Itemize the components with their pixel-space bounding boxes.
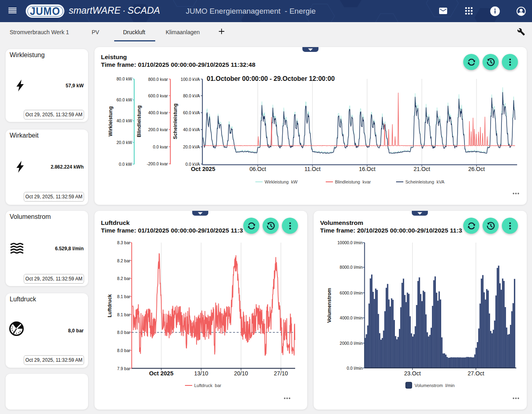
svg-text:800.0 kvar: 800.0 kvar <box>148 77 168 82</box>
svg-text:Oct 2025: Oct 2025 <box>149 370 173 377</box>
svg-text:Luftdruck: Luftdruck <box>107 294 113 317</box>
svg-text:16.Oct: 16.Oct <box>359 166 375 172</box>
svg-text:0.0 kW: 0.0 kW <box>119 162 132 167</box>
svg-text:Luftdruck bar: Luftdruck bar <box>194 383 222 388</box>
svg-text:Blindleistung: Blindleistung <box>136 105 142 137</box>
svg-text:13/10: 13/10 <box>194 370 208 377</box>
svg-text:20/10: 20/10 <box>234 370 248 377</box>
svg-text:26.Oct: 26.Oct <box>468 166 485 172</box>
svg-text:23.Oct: 23.Oct <box>404 370 421 377</box>
svg-text:01.October 00:00:00 - 29.Octob: 01.October 00:00:00 - 29.October 12:00:0… <box>207 75 335 82</box>
svg-text:8000.0 l/min: 8000.0 l/min <box>340 265 363 270</box>
svg-text:10000.0 l/min: 10000.0 l/min <box>337 240 363 245</box>
svg-text:8.0 bar: 8.0 bar <box>117 348 130 353</box>
svg-text:Volumenstrom: Volumenstrom <box>327 288 332 323</box>
svg-text:Wirkleistung kW: Wirkleistung kW <box>265 179 298 184</box>
svg-text:21.Oct: 21.Oct <box>413 166 430 172</box>
svg-text:Scheinleistung kVA: Scheinleistung kVA <box>405 179 445 184</box>
svg-text:600.0 kvar: 600.0 kvar <box>148 93 168 98</box>
svg-text:8.1 bar: 8.1 bar <box>117 312 130 317</box>
svg-text:20.0 kW: 20.0 kW <box>117 140 132 145</box>
svg-text:8.2 bar: 8.2 bar <box>117 276 130 281</box>
svg-text:7.9 bar: 7.9 bar <box>117 366 130 371</box>
svg-text:40.0 kVA: 40.0 kVA <box>183 127 200 132</box>
svg-text:20.0 kVA: 20.0 kVA <box>183 144 200 149</box>
svg-text:8.3 bar: 8.3 bar <box>117 240 130 245</box>
svg-text:8.2 bar: 8.2 bar <box>117 258 130 263</box>
svg-text:40.0 kW: 40.0 kW <box>117 118 132 123</box>
svg-text:Wirkleistung: Wirkleistung <box>108 106 113 136</box>
svg-text:Oct 2025: Oct 2025 <box>191 166 215 172</box>
svg-text:0.0 l/min: 0.0 l/min <box>347 366 363 371</box>
svg-text:-200.0 kvar: -200.0 kvar <box>147 161 168 166</box>
svg-text:8.1 bar: 8.1 bar <box>117 294 130 299</box>
svg-text:06.Oct: 06.Oct <box>249 166 266 172</box>
svg-text:100.0 kVA: 100.0 kVA <box>181 77 200 82</box>
svg-text:60.0 kW: 60.0 kW <box>117 97 132 102</box>
svg-text:27/10: 27/10 <box>274 370 288 377</box>
svg-text:11.Oct: 11.Oct <box>304 166 320 172</box>
svg-text:80.0 kW: 80.0 kW <box>117 76 132 81</box>
svg-text:80.0 kVA: 80.0 kVA <box>183 93 200 98</box>
svg-text:200.0 kvar: 200.0 kvar <box>148 127 168 132</box>
svg-text:Blindleistung kvar: Blindleistung kvar <box>335 179 371 184</box>
svg-text:Volumenstrom l/min: Volumenstrom l/min <box>415 383 455 388</box>
svg-text:8.0 bar: 8.0 bar <box>117 330 130 335</box>
svg-text:60.0 kVA: 60.0 kVA <box>183 110 200 115</box>
svg-text:2000.0 l/min: 2000.0 l/min <box>340 341 363 346</box>
svg-text:27.Oct: 27.Oct <box>468 370 484 377</box>
svg-text:6000.0 l/min: 6000.0 l/min <box>340 290 363 295</box>
svg-text:Scheinleistung: Scheinleistung <box>173 103 178 139</box>
svg-text:400.0 kvar: 400.0 kvar <box>148 110 168 115</box>
svg-text:0.0 kvar: 0.0 kvar <box>153 144 168 149</box>
svg-text:4000.0 l/min: 4000.0 l/min <box>340 315 363 320</box>
